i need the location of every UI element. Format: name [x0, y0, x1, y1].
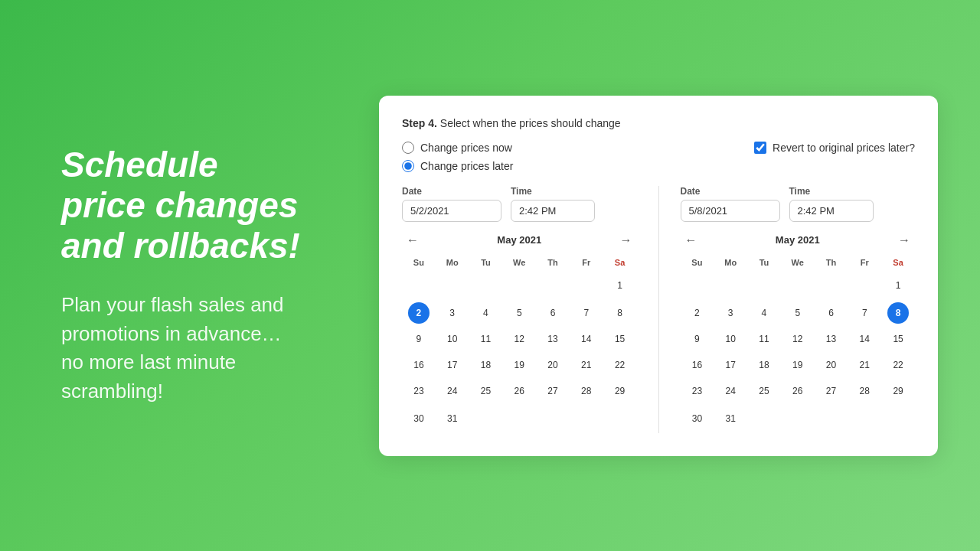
day-cell[interactable]: 26 [787, 380, 808, 402]
day-cell[interactable]: 17 [442, 354, 463, 376]
day-cell[interactable]: 3 [442, 302, 463, 324]
cal2-header-we: We [781, 256, 815, 271]
day-cell[interactable]: 11 [475, 328, 496, 350]
option-later-text: Change prices later [420, 160, 513, 172]
day-cell[interactable]: 15 [887, 328, 909, 350]
cal1-month: May 2021 [497, 234, 541, 246]
day-cell[interactable]: 30 [408, 408, 430, 429]
day-cell[interactable]: 23 [408, 380, 430, 402]
day-cell[interactable]: 7 [854, 302, 875, 324]
day-cell[interactable]: 1 [887, 275, 909, 296]
day-cell[interactable]: 22 [887, 354, 909, 376]
cal1-date-field: Date [402, 186, 501, 222]
cal1-prev-button[interactable]: ← [402, 233, 423, 248]
empty-day [442, 273, 463, 295]
day-cell[interactable]: 15 [609, 328, 631, 350]
day-cell[interactable]: 18 [475, 354, 496, 376]
day-cell[interactable]: 7 [576, 302, 597, 324]
day-cell[interactable]: 27 [542, 380, 564, 402]
day-cell[interactable]: 12 [787, 328, 808, 350]
day-cell[interactable]: 22 [609, 354, 631, 376]
day-cell[interactable]: 25 [475, 380, 496, 402]
day-cell[interactable]: 12 [508, 328, 530, 350]
empty-day [753, 273, 775, 295]
cal2-time-field: Time [789, 186, 874, 222]
day-cell[interactable]: 25 [753, 380, 775, 402]
option-now-label[interactable]: Change prices now [402, 142, 513, 154]
empty-day [576, 406, 597, 428]
day-cell[interactable]: 21 [854, 354, 875, 376]
day-cell[interactable]: 27 [821, 380, 842, 402]
day-cell[interactable]: 16 [686, 354, 707, 376]
day-cell[interactable]: 19 [787, 354, 808, 376]
right-panel: Step 4. Select when the prices should ch… [352, 80, 980, 471]
day-cell[interactable]: 9 [408, 328, 430, 350]
day-cell[interactable]: 16 [408, 354, 430, 376]
day-cell[interactable]: 23 [686, 380, 707, 402]
day-cell[interactable]: 2 [408, 302, 430, 324]
day-cell[interactable]: 8 [609, 302, 631, 324]
day-cell[interactable]: 4 [475, 302, 496, 324]
day-cell[interactable]: 30 [686, 408, 707, 429]
cal1-header-su: Su [402, 256, 436, 271]
cal1-next-button[interactable]: → [615, 233, 636, 248]
day-cell[interactable]: 5 [508, 302, 530, 324]
cal2-header: ← May 2021 → [681, 233, 916, 248]
day-cell[interactable]: 5 [787, 302, 808, 324]
cal2-time-label: Time [789, 186, 874, 197]
empty-day [475, 273, 496, 295]
day-cell[interactable]: 6 [542, 302, 564, 324]
cal1-date-input[interactable] [402, 200, 501, 222]
day-cell[interactable]: 31 [442, 408, 463, 429]
day-cell[interactable]: 28 [576, 380, 597, 402]
day-cell[interactable]: 21 [576, 354, 597, 376]
day-cell[interactable]: 10 [442, 328, 463, 350]
day-cell[interactable]: 24 [720, 380, 741, 402]
cal2-time-input[interactable] [789, 200, 874, 222]
day-cell[interactable]: 20 [542, 354, 564, 376]
cal2-grid: Su Mo Tu We Th Fr Sa 1234567891011121314… [681, 256, 916, 433]
day-cell[interactable]: 3 [720, 302, 741, 324]
empty-day [408, 273, 430, 295]
day-cell[interactable]: 26 [508, 380, 530, 402]
empty-day [854, 273, 875, 295]
day-cell[interactable]: 1 [609, 275, 631, 296]
day-cell[interactable]: 29 [887, 380, 909, 402]
empty-day [787, 273, 808, 295]
day-cell[interactable]: 14 [854, 328, 875, 350]
day-cell[interactable]: 20 [821, 354, 842, 376]
day-cell[interactable]: 28 [854, 380, 875, 402]
day-cell[interactable]: 17 [720, 354, 741, 376]
empty-day [787, 406, 808, 428]
day-cell[interactable]: 19 [508, 354, 530, 376]
day-cell[interactable]: 2 [686, 302, 707, 324]
cal1-date-time-row: Date Time [402, 186, 637, 222]
day-cell[interactable]: 18 [753, 354, 775, 376]
option-later-radio[interactable] [402, 160, 414, 172]
cal1-time-input[interactable] [511, 200, 595, 222]
day-cell[interactable]: 9 [686, 328, 707, 350]
cal2-date-input[interactable] [681, 200, 780, 222]
empty-day [609, 406, 631, 428]
day-cell[interactable]: 31 [720, 408, 741, 429]
day-cell[interactable]: 13 [821, 328, 842, 350]
option-now-radio[interactable] [402, 142, 414, 154]
day-cell[interactable]: 6 [821, 302, 842, 324]
revert-checkbox[interactable] [754, 142, 766, 154]
day-cell[interactable]: 13 [542, 328, 564, 350]
revert-checkbox-label[interactable]: Revert to original prices later? [754, 142, 915, 154]
day-cell[interactable]: 29 [609, 380, 631, 402]
revert-label-text: Revert to original prices later? [773, 142, 915, 154]
day-cell[interactable]: 10 [720, 328, 741, 350]
day-cell[interactable]: 8 [887, 302, 909, 324]
day-cell[interactable]: 4 [753, 302, 775, 324]
empty-day [542, 406, 564, 428]
cal2-header-mo: Mo [714, 256, 747, 271]
option-later-label[interactable]: Change prices later [402, 160, 513, 172]
cal2-next-button[interactable]: → [893, 233, 915, 248]
day-cell[interactable]: 24 [442, 380, 463, 402]
empty-day [821, 406, 842, 428]
day-cell[interactable]: 11 [753, 328, 775, 350]
day-cell[interactable]: 14 [576, 328, 597, 350]
cal2-prev-button[interactable]: ← [681, 233, 702, 248]
